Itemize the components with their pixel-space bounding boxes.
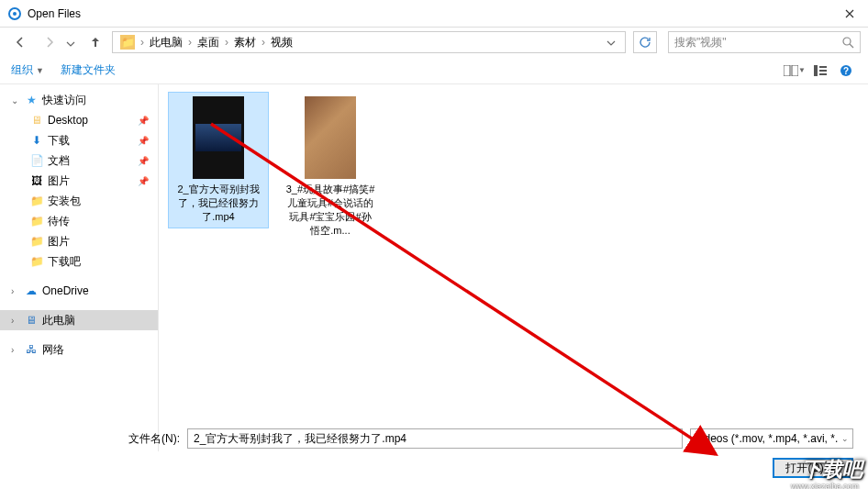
svg-point-2 [843,38,851,45]
filetype-dropdown[interactable]: Videos (*.mov, *.mp4, *.avi, *. ⌄ [690,428,853,449]
pin-icon: 📌 [138,176,149,186]
chevron-right-icon: › [139,36,146,49]
organize-menu[interactable]: 组织 ▼ [11,62,44,78]
cloud-icon: ☁ [24,284,39,297]
chevron-right-icon: › [223,36,230,49]
sidebar: ⌄ ★ 快速访问 🖥Desktop📌 ⬇下载📌 📄文档📌 🖼图片📌 📁安装包 📁… [0,84,159,451]
video-thumbnail [193,96,244,179]
caret-right-icon: › [11,286,22,296]
folder-icon: 📁 [29,215,44,228]
close-button[interactable] [831,0,868,28]
caret-down-icon: ⌄ [11,95,22,106]
folder-icon: 📁 [29,194,44,207]
up-button[interactable] [83,30,108,54]
search-input[interactable]: 搜索"视频" [668,31,861,53]
sidebar-item-network[interactable]: ›🖧网络 [0,339,158,360]
chevron-right-icon: › [260,36,267,49]
chevron-down-icon: ▼ [36,66,44,75]
watermark-url: www.xiazaiba.com [791,482,859,489]
path-segment[interactable]: 视频 [267,35,296,50]
pictures-icon: 🖼 [29,174,44,187]
svg-rect-8 [819,73,827,75]
sidebar-item-pending[interactable]: 📁待传 [0,211,158,231]
view-details-button[interactable] [809,61,831,81]
new-folder-button[interactable]: 新建文件夹 [61,62,116,78]
forward-button[interactable] [37,30,62,54]
svg-text:?: ? [843,66,849,76]
file-item[interactable]: 3_#玩具故事#搞笑#儿童玩具#会说话的玩具#宝宝乐园#孙悟空.m... [280,92,381,241]
chevron-right-icon: › [186,36,194,49]
toolbar: 组织 ▼ 新建文件夹 ▼ ? [0,57,868,84]
refresh-button[interactable] [633,31,657,53]
search-placeholder: 搜索"视频" [674,35,842,50]
sidebar-item-quickaccess[interactable]: ⌄ ★ 快速访问 [0,90,158,110]
caret-right-icon: › [11,345,22,355]
window-title: Open Files [28,7,831,20]
file-name: 3_#玩具故事#搞笑#儿童玩具#会说话的玩具#宝宝乐园#孙悟空.m... [284,183,376,237]
path-segment[interactable]: 素材 [230,35,260,50]
file-item[interactable]: 2_官方大哥别封我了，我已经很努力了.mp4 [168,92,269,228]
svg-rect-5 [814,65,818,76]
filename-label: 文件名(N): [114,431,180,447]
monitor-icon: 🖥 [24,314,39,327]
sidebar-item-desktop[interactable]: 🖥Desktop📌 [0,110,158,130]
sidebar-item-onedrive[interactable]: ›☁OneDrive [0,281,158,301]
back-button[interactable] [7,30,33,54]
chevron-down-icon: ▼ [828,463,840,472]
folder-icon: 📁 [29,255,44,268]
search-icon [842,37,854,49]
file-pane[interactable]: 2_官方大哥别封我了，我已经很努力了.mp4 3_#玩具故事#搞笑#儿童玩具#会… [159,84,868,451]
content-area: ⌄ ★ 快速访问 🖥Desktop📌 ⬇下载📌 📄文档📌 🖼图片📌 📁安装包 📁… [0,84,868,451]
chevron-down-icon: ⌄ [841,434,849,443]
navigation-bar: 📁 › 此电脑 › 桌面 › 素材 › 视频 搜索"视频" [0,28,868,57]
folder-icon: 📁 [29,235,44,248]
video-thumbnail [305,96,356,179]
pin-icon: 📌 [138,116,149,126]
svg-rect-3 [784,65,790,76]
star-icon: ★ [24,94,39,106]
path-segment[interactable]: 此电脑 [146,35,186,50]
sidebar-item-documents[interactable]: 📄文档📌 [0,150,158,171]
svg-rect-6 [819,66,827,68]
bottom-panel: 文件名(N): Videos (*.mov, *.mp4, *.avi, *. … [0,428,868,478]
folder-icon: 🖥 [29,114,44,127]
network-icon: 🖧 [24,343,39,356]
chevron-down-icon[interactable] [601,36,621,49]
sidebar-item-install[interactable]: 📁安装包 [0,191,158,211]
app-icon [7,6,22,21]
titlebar: Open Files [0,0,868,28]
svg-point-1 [13,12,17,16]
open-button[interactable]: 打开(O) ▼ [773,458,853,478]
pin-icon: 📌 [138,136,149,146]
close-icon [845,9,854,18]
file-name: 2_官方大哥别封我了，我已经很努力了.mp4 [172,183,264,224]
sidebar-item-xiazaiba[interactable]: 📁下载吧 [0,251,158,272]
document-icon: 📄 [29,154,44,167]
sidebar-item-downloads[interactable]: ⬇下载📌 [0,130,158,150]
sidebar-item-thispc[interactable]: ›🖥此电脑 [0,310,158,330]
svg-rect-4 [792,65,798,76]
filename-input[interactable] [187,428,683,449]
history-dropdown[interactable] [66,34,79,50]
caret-right-icon: › [11,316,22,326]
pin-icon: 📌 [138,156,149,166]
download-icon: ⬇ [29,134,44,147]
sidebar-item-pictures2[interactable]: 📁图片 [0,231,158,251]
folder-icon: 📁 [120,35,135,50]
view-pane-button[interactable]: ▼ [784,61,806,81]
address-bar[interactable]: 📁 › 此电脑 › 桌面 › 素材 › 视频 [112,31,626,53]
sidebar-item-pictures[interactable]: 🖼图片📌 [0,171,158,191]
help-button[interactable]: ? [835,61,857,81]
path-segment[interactable]: 桌面 [194,35,223,50]
svg-rect-7 [819,70,827,72]
